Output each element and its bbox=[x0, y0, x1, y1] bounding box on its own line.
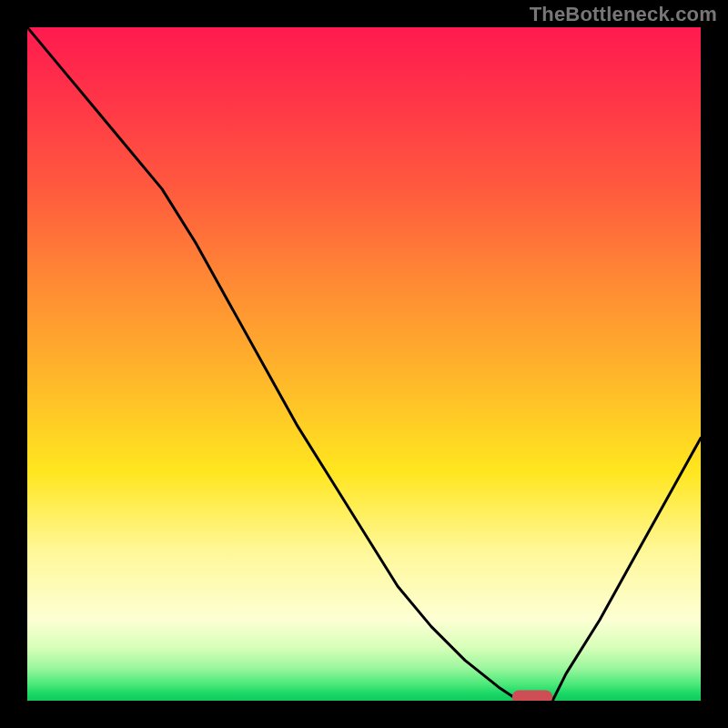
watermark-text: TheBottleneck.com bbox=[530, 3, 717, 26]
bottleneck-curve-path bbox=[27, 27, 701, 701]
curve-overlay bbox=[27, 27, 701, 701]
chart-stage: TheBottleneck.com bbox=[0, 0, 728, 728]
plot-area bbox=[27, 27, 701, 701]
optimal-marker bbox=[512, 691, 552, 701]
